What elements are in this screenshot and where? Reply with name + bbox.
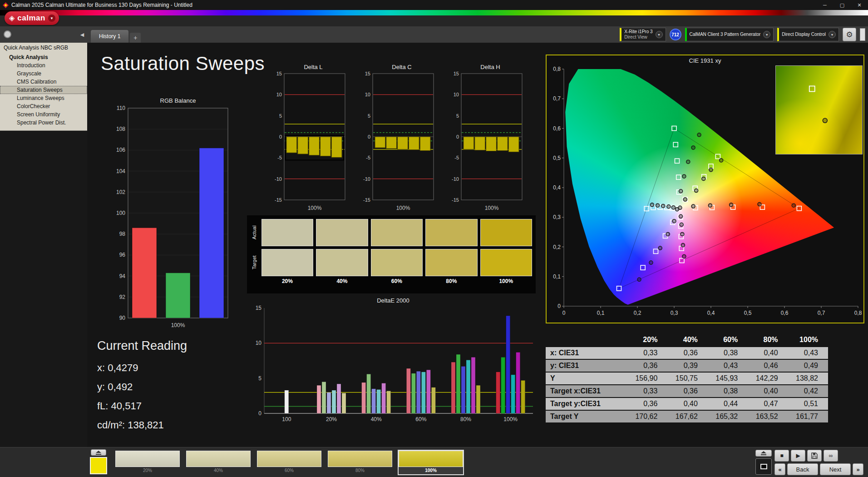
tab-history-1[interactable]: History 1: [91, 30, 128, 43]
cie-measured-point: [679, 214, 683, 218]
table-cell: 0,39: [667, 359, 707, 372]
cie-inset-svg: [776, 66, 862, 154]
axis-label: -15: [452, 197, 459, 203]
deltae-bar: [411, 373, 415, 413]
patch-button-80[interactable]: 80%: [327, 450, 393, 475]
display-control-dropdown[interactable]: Direct Display Control ▼: [777, 28, 839, 41]
calman-menu-button[interactable]: ◈ calman ▼: [5, 11, 59, 25]
window-controls: ─ ▢ ✕: [816, 0, 868, 10]
rgb-bar-blue: [199, 148, 224, 318]
save-button[interactable]: [807, 450, 822, 462]
meter-label: X-Rite i1Pro 3 Direct View: [624, 29, 652, 40]
cie-measured-point: [682, 254, 686, 258]
patch-swatch: [399, 451, 463, 467]
axis-label: 0: [557, 303, 561, 309]
display-window-button[interactable]: [755, 458, 772, 475]
axis-label: 15: [454, 71, 459, 76]
table-row-y-cie31: y: CIE310,360,390,430,460,49: [546, 359, 828, 372]
reading-line: cd/m²: 138,821: [97, 416, 187, 435]
pattern-generator-dropdown[interactable]: CalMAN Client 3 Pattern Generator ▼: [685, 28, 774, 41]
device-bar: X-Rite i1Pro 3 Direct View ▼ 712 CalMAN …: [620, 26, 865, 43]
analysis-tree: Quick Analysis IntroductionGrayscaleCMS …: [0, 52, 87, 130]
deltae-bar: [451, 362, 455, 413]
table-row-label: y: CIE31: [546, 359, 627, 372]
minimize-button[interactable]: ─: [816, 0, 833, 10]
axis-label: -5: [454, 155, 459, 160]
axis-label: 0: [258, 410, 261, 417]
axis-label: -15: [363, 197, 370, 203]
sidebar-item-grayscale[interactable]: Grayscale: [0, 70, 87, 78]
maximize-button[interactable]: ▢: [833, 0, 851, 10]
toolbar: ◈ calman ▼: [0, 10, 868, 26]
sidebar-item-cms-calibration[interactable]: CMS Calibration: [0, 78, 87, 86]
close-button[interactable]: ✕: [851, 0, 868, 10]
pin-button[interactable]: [4, 30, 11, 38]
sidebar-item-luminance-sweeps[interactable]: Luminance Sweeps: [0, 94, 87, 102]
patch-button-60[interactable]: 60%: [256, 450, 322, 475]
meter-caret-icon: ▼: [656, 31, 663, 38]
axis-label: 100%: [308, 205, 322, 211]
table-row-label: x: CIE31: [546, 347, 627, 359]
actual-swatch-40%: [316, 219, 368, 246]
table-cell: 156,90: [627, 372, 667, 385]
axis-label: -10: [452, 176, 459, 182]
patch-button-100[interactable]: 100%: [398, 450, 464, 475]
table-cell: 145,93: [708, 372, 748, 385]
swatch-comparison-panel: ActualTarget20%40%60%80%100%: [247, 215, 536, 293]
patch-eject-button[interactable]: [91, 449, 106, 456]
add-tab-button[interactable]: +: [130, 33, 141, 43]
cie-measured-point: [709, 168, 713, 172]
back-chevrons-button[interactable]: «: [774, 463, 785, 475]
playback-nav-group: ■ ▶ ∞ « Back Next »: [774, 450, 863, 475]
sidebar-item-spectral-power-dist[interactable]: Spectral Power Dist.: [0, 119, 87, 127]
edge-panel-sliver[interactable]: [860, 28, 865, 41]
play-button[interactable]: ▶: [791, 450, 805, 462]
app-icon: [3, 2, 9, 8]
sidebar-item-introduction[interactable]: Introduction: [0, 61, 87, 70]
table-cell: 0,47: [748, 398, 788, 410]
axis-label: 60%: [415, 416, 426, 422]
meter-count-badge[interactable]: 712: [670, 29, 681, 40]
rgb-bar-green: [166, 273, 190, 318]
sidebar-item-screen-uniformity[interactable]: Screen Uniformity: [0, 110, 87, 119]
back-button[interactable]: Back: [787, 463, 818, 475]
patch-label: 80%: [328, 467, 392, 474]
patch-button-40[interactable]: 40%: [185, 450, 252, 475]
titlebar: Calman 2025 Calman Ultimate for Business…: [0, 0, 868, 10]
axis-label: 10: [365, 92, 370, 97]
eject-icon: [761, 451, 766, 455]
sidebar-item-saturation-sweeps[interactable]: Saturation Sweeps: [0, 86, 87, 94]
current-reading: Current Reading x: 0,4279y: 0,492fL: 40,…: [97, 339, 187, 435]
deltae-bar: [332, 390, 336, 413]
stop-button[interactable]: ■: [774, 450, 789, 462]
deltae-bar: [382, 383, 386, 413]
meter-dropdown[interactable]: X-Rite i1Pro 3 Direct View ▼: [620, 28, 666, 41]
eject-button[interactable]: [755, 450, 772, 457]
settings-gear-button[interactable]: ⚙: [843, 28, 856, 41]
patch-button-20[interactable]: 20%: [114, 450, 181, 475]
swatch-percent-label: 20%: [261, 277, 313, 285]
logo-caret-icon: ▼: [48, 15, 55, 22]
table-row-label: Target Y: [546, 410, 627, 423]
axis-label: 98: [119, 231, 126, 237]
delta-c-bar-100%: [420, 137, 430, 151]
patch-label: 40%: [186, 467, 251, 474]
swatch-row-actual: Actual: [248, 216, 535, 246]
table-cell: 0,43: [708, 359, 748, 372]
continuous-measure-button[interactable]: ∞: [824, 450, 838, 462]
actual-swatch-20%: [261, 219, 313, 246]
delta-h-bar-60%: [486, 137, 497, 151]
swatch-percent-label: 40%: [316, 277, 368, 285]
cie-target-point: [673, 142, 678, 147]
sidebar-item-colorchecker[interactable]: ColorChecker: [0, 102, 87, 110]
axis-label: 0,3: [553, 214, 561, 220]
cie-measured-point: [650, 203, 654, 207]
next-button[interactable]: Next: [820, 463, 851, 475]
tree-root-quick-analysis[interactable]: Quick Analysis: [0, 53, 87, 61]
table-cell: 0,38: [708, 347, 748, 359]
collapse-sidebar-button[interactable]: ◀: [78, 30, 86, 39]
cie-measured-point: [683, 198, 687, 201]
axis-label: 0,8: [553, 66, 561, 72]
delta-h-bar-40%: [475, 137, 485, 150]
next-chevrons-button[interactable]: »: [853, 463, 863, 475]
